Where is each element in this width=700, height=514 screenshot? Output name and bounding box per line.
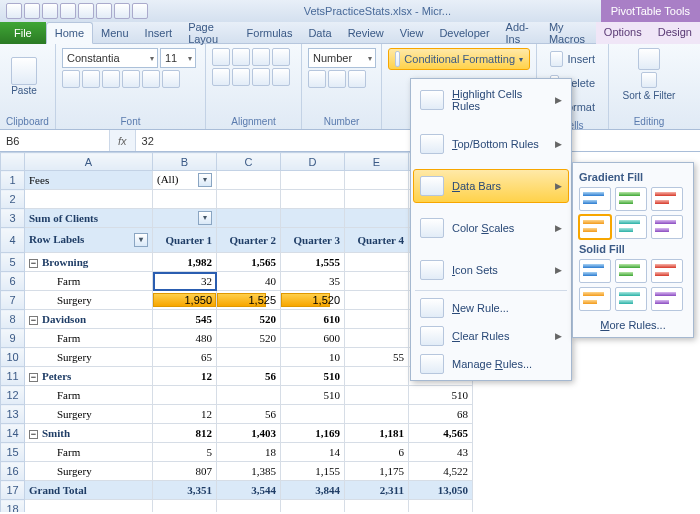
cf-item-color-scales[interactable]: Color Scales▶ <box>413 211 569 245</box>
group-alignment: Alignment <box>206 44 302 129</box>
more-rules-link[interactable]: More Rules... <box>579 319 687 331</box>
conditional-formatting-button[interactable]: Conditional Formatting ▾ <box>388 48 530 70</box>
preview-icon[interactable] <box>114 3 130 19</box>
databar-solid-orange[interactable] <box>579 287 611 311</box>
cf-item-highlight-cells-rules[interactable]: Highlight Cells Rules▶ <box>413 81 569 119</box>
cf-action-manage-rules-[interactable]: Manage Rules... <box>413 350 569 378</box>
paste-button[interactable]: Paste <box>6 48 42 104</box>
align-middle-icon[interactable] <box>232 48 250 66</box>
autosum-icon[interactable] <box>638 48 660 70</box>
tab-options[interactable]: Options <box>596 22 650 44</box>
italic-icon[interactable] <box>82 70 100 88</box>
cf-item-icon <box>420 176 444 196</box>
cf-action-icon <box>420 354 444 374</box>
databar-gradient-purple[interactable] <box>651 215 683 239</box>
fx-button[interactable]: fx <box>110 130 136 151</box>
collapse-icon[interactable]: − <box>29 316 38 325</box>
tab-insert[interactable]: Insert <box>137 23 181 43</box>
align-left-icon[interactable] <box>212 68 230 86</box>
wrap-text-icon[interactable] <box>272 48 290 66</box>
databar-solid-blue[interactable] <box>579 259 611 283</box>
align-center-icon[interactable] <box>232 68 250 86</box>
save-icon[interactable] <box>6 3 22 19</box>
group-clipboard: Paste Clipboard <box>0 44 56 129</box>
databar-gradient-teal[interactable] <box>615 215 647 239</box>
insert-button[interactable]: Insert <box>543 48 602 70</box>
comma-icon[interactable] <box>348 70 366 88</box>
tab-developer[interactable]: Developer <box>431 23 497 43</box>
group-title-font: Font <box>62 116 199 127</box>
underline-icon[interactable] <box>102 70 120 88</box>
cf-item-icon <box>420 260 444 280</box>
quick-access-toolbar <box>0 3 154 19</box>
databar-solid-green[interactable] <box>615 259 647 283</box>
sort-filter-button[interactable]: Sort & Filter <box>623 72 676 101</box>
number-format-combo[interactable]: Number <box>308 48 376 68</box>
databar-solid-red[interactable] <box>651 259 683 283</box>
bold-icon[interactable] <box>62 70 80 88</box>
font-color-icon[interactable] <box>162 70 180 88</box>
align-right-icon[interactable] <box>252 68 270 86</box>
column-dropdown[interactable]: ▾ <box>198 211 212 225</box>
font-name-combo[interactable]: Constantia <box>62 48 158 68</box>
paste-icon <box>11 57 37 85</box>
align-bottom-icon[interactable] <box>252 48 270 66</box>
collapse-icon[interactable]: − <box>29 373 38 382</box>
percent-icon[interactable] <box>328 70 346 88</box>
tab-view[interactable]: View <box>392 23 432 43</box>
group-title-editing: Editing <box>615 116 683 127</box>
databar-solid-purple[interactable] <box>651 287 683 311</box>
cf-item-icon <box>420 134 444 154</box>
tab-home[interactable]: Home <box>46 22 93 44</box>
sort-filter-icon <box>641 72 657 88</box>
undo-icon[interactable] <box>60 3 76 19</box>
name-box[interactable]: B6 <box>0 130 110 151</box>
databar-gradient-green[interactable] <box>615 187 647 211</box>
tab-data[interactable]: Data <box>300 23 339 43</box>
group-title-alignment: Alignment <box>212 116 295 127</box>
filter-dropdown[interactable]: ▾ <box>198 173 212 187</box>
align-top-icon[interactable] <box>212 48 230 66</box>
tab-formulas[interactable]: Formulas <box>239 23 301 43</box>
print-icon[interactable] <box>96 3 112 19</box>
cf-action-new-rule-[interactable]: New Rule... <box>413 294 569 322</box>
ribbon: Paste Clipboard Constantia 11 Font Alig <box>0 44 700 130</box>
row-dropdown[interactable]: ▾ <box>134 233 148 247</box>
databar-solid-teal[interactable] <box>615 287 647 311</box>
databar-gradient-orange[interactable] <box>579 215 611 239</box>
cf-item-icon-sets[interactable]: Icon Sets▶ <box>413 253 569 287</box>
conditional-formatting-icon <box>395 51 400 67</box>
fill-color-icon[interactable] <box>142 70 160 88</box>
group-title-number: Number <box>308 116 375 127</box>
collapse-icon[interactable]: − <box>29 259 38 268</box>
group-editing: Sort & Filter Editing <box>609 44 689 129</box>
cf-label: Conditional Formatting <box>404 53 515 65</box>
paste-label: Paste <box>11 85 37 96</box>
cf-item-data-bars[interactable]: Data Bars▶ <box>413 169 569 203</box>
redo-icon[interactable] <box>78 3 94 19</box>
new-icon[interactable] <box>42 3 58 19</box>
window-title: VetsPracticeStats.xlsx - Micr... <box>154 5 601 17</box>
currency-icon[interactable] <box>308 70 326 88</box>
qat-more-icon[interactable] <box>132 3 148 19</box>
group-title-clipboard: Clipboard <box>6 116 49 127</box>
border-icon[interactable] <box>122 70 140 88</box>
cf-action-icon <box>420 298 444 318</box>
databar-gradient-red[interactable] <box>651 187 683 211</box>
insert-icon <box>550 51 563 67</box>
tab-menu[interactable]: Menu <box>93 23 137 43</box>
merge-icon[interactable] <box>272 68 290 86</box>
databar-gradient-blue[interactable] <box>579 187 611 211</box>
data-bars-submenu: Gradient Fill Solid Fill More Rules... <box>572 162 694 338</box>
ribbon-tabs: File Home Menu Insert Page Layou Formula… <box>0 22 700 44</box>
tab-design[interactable]: Design <box>650 22 700 44</box>
context-tools-label: PivotTable Tools <box>601 0 700 22</box>
open-icon[interactable] <box>24 3 40 19</box>
cf-action-clear-rules[interactable]: Clear Rules▶ <box>413 322 569 350</box>
collapse-icon[interactable]: − <box>29 430 38 439</box>
file-tab[interactable]: File <box>0 22 46 44</box>
font-size-combo[interactable]: 11 <box>160 48 196 68</box>
cf-item-top-bottom-rules[interactable]: Top/Bottom Rules▶ <box>413 127 569 161</box>
group-number: Number Number <box>302 44 382 129</box>
tab-review[interactable]: Review <box>340 23 392 43</box>
